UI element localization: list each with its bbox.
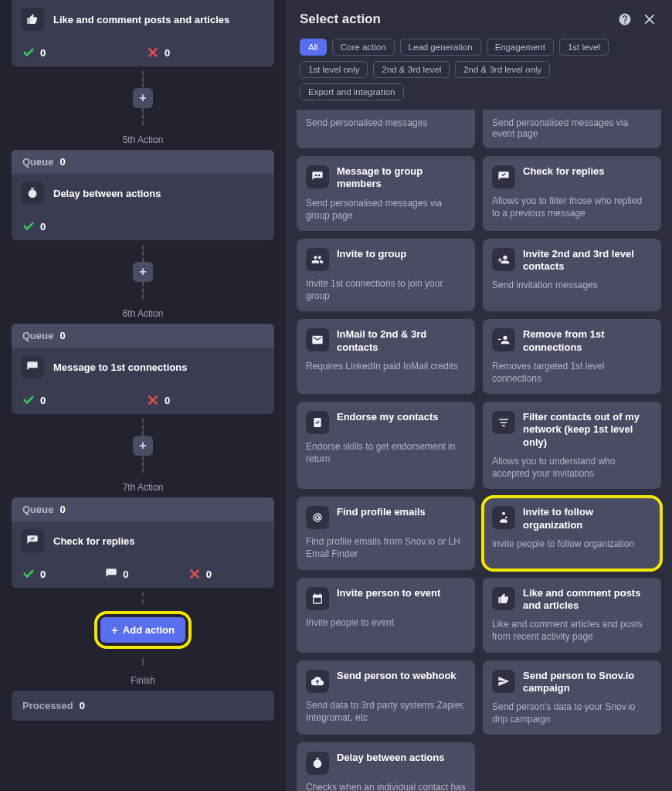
action-message-group[interactable]: Message to group members Send personalis… [297,156,475,231]
help-icon[interactable] [616,11,633,28]
finish-label: Finish [12,675,274,686]
person-remove-icon [492,328,515,351]
action-card-partial[interactable]: Send personalised messages [297,110,475,148]
stat-success: 0 [22,394,139,406]
action-label-5: 5th Action [12,134,274,145]
processed-bar: Processed 0 [12,691,274,721]
mail-icon [306,328,329,351]
action-check-replies[interactable]: Check for replies Allows you to filter t… [483,156,661,231]
filter-all[interactable]: All [300,39,327,56]
stat-success: 0 [22,46,139,59]
group-icon [306,248,329,271]
action-invite-23[interactable]: Invite 2nd and 3rd level contacts Send i… [483,239,661,311]
close-icon[interactable] [641,11,658,28]
filter-23[interactable]: 2nd & 3rd level [373,61,450,78]
filter-engagement[interactable]: Engagement [487,39,554,56]
chat-icon [21,355,44,379]
action-snov[interactable]: Send person to Snov.io campaign Send per… [483,660,661,735]
action-label-7: 7th Action [12,482,274,493]
badge-icon [306,411,329,434]
add-action-button[interactable]: + Add action [100,617,185,643]
reply-icon [21,529,44,552]
filter-1st-only[interactable]: 1st level only [300,61,368,78]
flow-card-delay[interactable]: Queue 0 Delay between actions 0 [12,150,274,240]
svg-point-0 [316,516,320,520]
action-delay[interactable]: Delay between actions Checks when an ind… [297,742,475,791]
stat-fail: 0 [147,394,263,406]
thumbs-up-icon [492,587,515,610]
flow-card-check-replies[interactable]: Queue 0 Check for replies 0 0 0 [12,497,274,588]
calendar-icon [306,587,329,610]
queue-label: Queue [22,156,53,168]
filter-23-only[interactable]: 2nd & 3rd level only [455,61,550,78]
stopwatch-icon [306,752,329,775]
card-title: Message to 1st connections [53,362,187,373]
thumbs-up-icon [21,8,44,31]
filter-core[interactable]: Core action [332,39,395,56]
stat-replied: 0 [105,568,180,580]
action-invite-event[interactable]: Invite person to event Invite people to … [297,578,475,653]
action-filter-contacts[interactable]: Filter contacts out of my network (keep … [483,402,661,489]
card-title: Like and comment posts and articles [53,14,229,25]
action-remove-1st[interactable]: Remove from 1st connections Removes targ… [483,319,661,394]
action-card-partial[interactable]: Send personalised messages via event pag… [483,110,661,148]
panel-title: Select action [300,12,609,27]
action-webhook[interactable]: Send person to webhook Send data to 3rd … [297,660,475,735]
stat-fail: 0 [147,46,263,59]
plus-icon: + [111,623,118,637]
stat-fail: 0 [188,568,263,580]
action-endorse[interactable]: Endorse my contacts Endorse skills to ge… [297,402,475,489]
filter-1st[interactable]: 1st level [559,39,609,56]
filter-lead[interactable]: Lead generation [400,39,481,56]
add-node-button[interactable]: + [133,262,153,282]
action-like-comment[interactable]: Like and comment posts and articles Like… [483,578,661,653]
stat-success: 0 [22,220,263,233]
action-invite-follow-org[interactable]: Invite to follow organization Invite peo… [483,497,661,569]
at-icon [306,506,329,529]
filter-chips: All Core action Lead generation Engageme… [286,36,672,110]
send-icon [492,670,515,693]
reply-icon [492,165,515,188]
stat-success: 0 [22,568,97,580]
add-action-highlight: + Add action [94,611,192,649]
add-node-button[interactable]: + [133,436,153,456]
action-inmail[interactable]: InMail to 2nd & 3rd contacts Requires Li… [297,319,475,394]
filter-icon [492,411,515,434]
filter-export[interactable]: Export and integration [300,83,404,100]
chat-group-icon [306,165,329,188]
org-icon [492,506,515,529]
stopwatch-icon [21,182,44,205]
action-invite-group[interactable]: Invite to group Invite 1st connections t… [297,239,475,311]
card-title: Delay between actions [53,188,161,199]
flow-card-like[interactable]: Like and comment posts and articles 0 0 [12,0,274,66]
action-label-6: 6th Action [12,308,274,319]
person-add-icon [492,248,515,271]
flow-card-message-1st[interactable]: Queue 0 Message to 1st connections 0 0 [12,324,274,414]
select-action-panel: Select action All Core action Lead gener… [286,0,672,791]
add-node-button[interactable]: + [133,88,153,108]
action-find-emails[interactable]: Find profile emails Find profile emails … [297,497,475,569]
card-title: Check for replies [53,535,135,547]
cloud-upload-icon [306,670,329,693]
